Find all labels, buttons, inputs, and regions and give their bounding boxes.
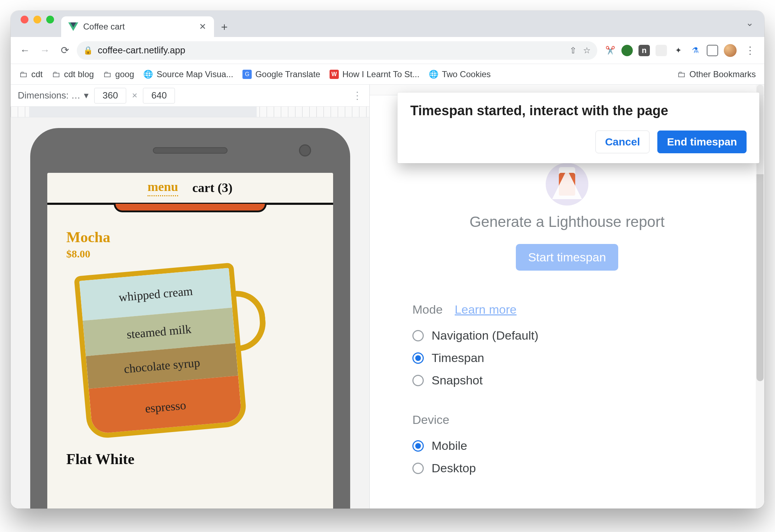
lock-icon: 🔒 [83, 46, 93, 55]
lighthouse-logo-icon [546, 163, 588, 206]
forward-button[interactable]: → [37, 43, 53, 58]
device-toolbar: Dimensions: … ▾ × ⋮ [11, 85, 369, 107]
emulated-screen[interactable]: menu cart (3) Mocha $8.00 [47, 173, 333, 509]
url-text: coffee-cart.netlify.app [98, 45, 185, 56]
tab-title: Coffee cart [83, 22, 125, 32]
back-button[interactable]: ← [17, 43, 33, 58]
toolbar: ← → ⟳ 🔒 coffee-cart.netlify.app ⇧ ☆ ✂️ n… [11, 37, 764, 64]
folder-icon: 🗀 [103, 69, 112, 79]
bookmarks-bar: 🗀cdt 🗀cdt blog 🗀goog 🌐Source Map Visua..… [11, 64, 764, 85]
product-mocha: Mocha $8.00 whipped cream steamed milk c [47, 212, 333, 468]
other-bookmarks[interactable]: 🗀Other Bookmarks [677, 69, 756, 79]
bookmark-google-translate[interactable]: GGoogle Translate [242, 69, 320, 79]
extensions-area: ✂️ n ✦ ⚗ ⋮ [602, 43, 758, 58]
device-emulator-pane: Dimensions: … ▾ × ⋮ menu [11, 85, 370, 509]
globe-icon: 🌐 [429, 70, 438, 79]
window-controls [11, 16, 54, 32]
camera-icon [299, 144, 311, 156]
mode-option-navigation[interactable]: Navigation (Default) [412, 324, 722, 347]
product-title-flat-white: Flat White [66, 451, 314, 468]
device-toolbar-menu-icon[interactable]: ⋮ [352, 90, 362, 101]
translate-icon: G [242, 70, 252, 79]
titlebar: Coffee cart ✕ ＋ ⌄ [11, 11, 764, 37]
minimize-window-button[interactable] [33, 16, 41, 23]
bookmark-two-cookies[interactable]: 🌐Two Cookies [429, 69, 491, 79]
speaker-icon [153, 147, 228, 154]
tab-coffee-cart[interactable]: Coffee cart ✕ [61, 16, 214, 37]
n-extension-icon[interactable]: n [638, 45, 650, 56]
kebab-menu-icon[interactable]: ⋮ [742, 43, 758, 58]
end-timespan-button[interactable]: End timespan [657, 131, 747, 153]
vue-favicon-icon [68, 22, 78, 32]
bookmark-how-i-learnt[interactable]: WHow I Learnt To St... [330, 69, 419, 79]
star-icon[interactable]: ☆ [583, 46, 591, 55]
maximize-window-button[interactable] [46, 16, 54, 23]
height-input[interactable] [143, 88, 175, 103]
folder-icon: 🗀 [52, 69, 60, 79]
device-frame: menu cart (3) Mocha $8.00 [30, 128, 350, 509]
device-section: Device Mobile Desktop [370, 413, 764, 479]
globe-icon: 🌐 [143, 70, 153, 79]
puzzle-extensions-icon[interactable]: ✦ [673, 45, 684, 56]
lighthouse-heading: Generate a Lighthouse report [370, 213, 764, 230]
share-icon[interactable]: ⇧ [570, 46, 577, 55]
device-option-mobile[interactable]: Mobile [412, 435, 722, 457]
radio-icon [412, 330, 424, 341]
panel-icon[interactable] [707, 45, 718, 56]
bookmark-cdt[interactable]: 🗀cdt [19, 69, 43, 79]
content-area: Dimensions: … ▾ × ⋮ menu [11, 85, 764, 509]
nav-cart[interactable]: cart (3) [192, 180, 232, 195]
app-nav: menu cart (3) [47, 173, 333, 205]
address-bar[interactable]: 🔒 coffee-cart.netlify.app ⇧ ☆ [77, 41, 597, 60]
radio-icon [412, 463, 424, 474]
devtools-pane: Generate a Lighthouse report Start times… [370, 85, 764, 509]
learn-more-link[interactable]: Learn more [455, 303, 517, 316]
ruler [11, 107, 369, 117]
chevron-down-icon: ▾ [84, 90, 89, 101]
bookmark-goog[interactable]: 🗀goog [103, 69, 134, 79]
w-icon: W [330, 70, 339, 79]
close-window-button[interactable] [21, 16, 28, 23]
grid-extension-icon[interactable] [656, 45, 667, 56]
mode-option-timespan[interactable]: Timespan [412, 347, 722, 369]
browser-window: Coffee cart ✕ ＋ ⌄ ← → ⟳ 🔒 coffee-cart.ne… [11, 11, 764, 509]
labs-icon[interactable]: ⚗ [690, 45, 701, 56]
product-price: $8.00 [66, 248, 314, 260]
width-input[interactable] [94, 88, 126, 103]
tab-strip: Coffee cart ✕ ＋ [61, 11, 235, 37]
bookmark-source-map[interactable]: 🌐Source Map Visua... [143, 69, 233, 79]
new-tab-button[interactable]: ＋ [214, 16, 235, 37]
cup-illustration[interactable]: whipped cream steamed milk chocolate syr… [66, 267, 314, 445]
bookmark-cdt-blog[interactable]: 🗀cdt blog [52, 69, 94, 79]
dimension-separator: × [132, 90, 137, 101]
reload-button[interactable]: ⟳ [57, 43, 73, 58]
profile-avatar[interactable] [724, 44, 737, 57]
nav-indicator [114, 204, 267, 212]
cancel-button[interactable]: Cancel [595, 131, 650, 153]
green-extension-icon[interactable] [621, 45, 633, 56]
scissors-extension-icon[interactable]: ✂️ [604, 45, 616, 56]
timespan-modal: Timespan started, interact with the page… [397, 92, 759, 163]
radio-icon [412, 375, 424, 386]
device-option-desktop[interactable]: Desktop [412, 457, 722, 479]
folder-icon: 🗀 [677, 69, 686, 79]
radio-checked-icon [412, 440, 424, 452]
radio-checked-icon [412, 352, 424, 364]
modal-title: Timespan started, interact with the page [410, 103, 747, 118]
device-label: Device [412, 413, 449, 427]
start-timespan-button[interactable]: Start timespan [516, 244, 618, 271]
nav-menu[interactable]: menu [148, 179, 178, 196]
tabs-dropdown-icon[interactable]: ⌄ [746, 17, 754, 31]
dimensions-dropdown[interactable]: Dimensions: … ▾ [18, 90, 89, 101]
product-title: Mocha [66, 229, 314, 246]
mode-label: Mode [412, 303, 443, 316]
tab-close-icon[interactable]: ✕ [199, 22, 206, 32]
folder-icon: 🗀 [19, 69, 28, 79]
mode-option-snapshot[interactable]: Snapshot [412, 369, 722, 392]
mode-section: Mode Learn more Navigation (Default) Tim… [370, 303, 764, 392]
